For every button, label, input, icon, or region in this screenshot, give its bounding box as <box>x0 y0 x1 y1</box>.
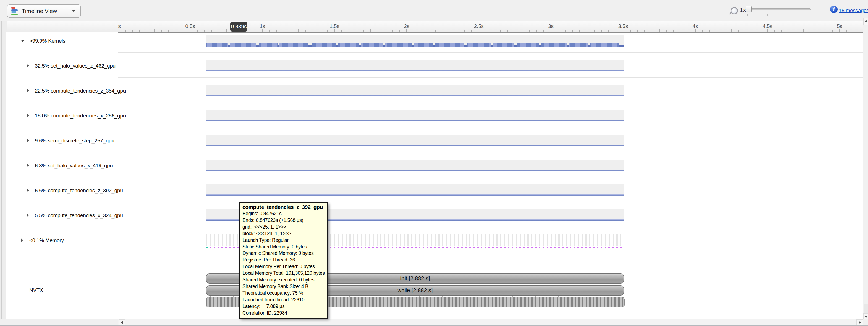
zoom-slider-handle[interactable] <box>746 6 752 12</box>
kernels-activity-segment[interactable] <box>569 43 588 47</box>
memory-op-stripe[interactable] <box>458 234 459 246</box>
memory-op-stripe[interactable] <box>508 234 509 246</box>
memory-op-dash[interactable] <box>458 246 459 248</box>
kernels-activity-segment[interactable] <box>361 43 383 47</box>
kernels-activity-segment[interactable] <box>279 43 308 47</box>
memory-op-stripe[interactable] <box>225 234 227 246</box>
memory-op-dash[interactable] <box>450 246 452 248</box>
memory-op-dash[interactable] <box>206 246 208 248</box>
memory-op-stripe[interactable] <box>237 234 238 246</box>
zoom-magnifier-icon[interactable] <box>731 7 738 15</box>
memory-op-dash[interactable] <box>481 246 483 248</box>
memory-op-stripe[interactable] <box>369 234 370 246</box>
sidebar-row-set_halo_values_x_419_gpu[interactable]: 6.3% set_halo_values_x_419_gpu <box>6 153 118 178</box>
expander-collapsed-icon[interactable] <box>21 238 23 242</box>
memory-op-dash[interactable] <box>542 246 544 248</box>
memory-op-stripe[interactable] <box>349 234 350 246</box>
memory-op-dash[interactable] <box>349 246 351 248</box>
memory-op-stripe[interactable] <box>345 234 347 246</box>
memory-op-stripe[interactable] <box>462 234 463 246</box>
memory-op-dash[interactable] <box>345 246 347 248</box>
memory-op-stripe[interactable] <box>353 234 354 246</box>
memory-op-dash[interactable] <box>550 246 552 248</box>
memory-op-dash[interactable] <box>465 246 467 248</box>
pane-splitter[interactable] <box>118 21 118 319</box>
memory-op-dash[interactable] <box>372 246 374 248</box>
memory-op-stripe[interactable] <box>605 234 606 246</box>
memory-op-dash[interactable] <box>516 246 517 248</box>
memory-op-stripe[interactable] <box>423 234 424 246</box>
memory-op-stripe[interactable] <box>415 234 416 246</box>
sidebar-row-NVTX[interactable]: NVTX <box>6 278 118 303</box>
memory-op-stripe[interactable] <box>338 234 339 246</box>
kernels-activity-segment[interactable] <box>206 43 228 47</box>
kernel-activity-bar[interactable] <box>206 120 624 121</box>
memory-op-stripe[interactable] <box>586 234 587 246</box>
memory-op-stripe[interactable] <box>438 234 439 246</box>
memory-op-stripe[interactable] <box>210 234 211 246</box>
memory-op-dash[interactable] <box>485 246 486 248</box>
memory-op-dash[interactable] <box>411 246 413 248</box>
memory-op-dash[interactable] <box>392 246 393 248</box>
memory-op-stripe[interactable] <box>365 234 366 246</box>
messages-link[interactable]: 15 messages <box>839 7 868 13</box>
kernel-activity-bar[interactable] <box>206 95 624 96</box>
expander-collapsed-icon[interactable] <box>27 213 29 217</box>
kernel-activity-bar[interactable] <box>206 194 624 196</box>
memory-op-dash[interactable] <box>218 246 219 248</box>
kernels-activity-segment[interactable] <box>435 43 464 47</box>
memory-op-dash[interactable] <box>473 246 475 248</box>
memory-op-stripe[interactable] <box>551 234 552 246</box>
memory-op-stripe[interactable] <box>555 234 556 246</box>
memory-op-stripe[interactable] <box>496 234 498 246</box>
memory-op-dash[interactable] <box>570 246 571 248</box>
kernels-activity-segment[interactable] <box>467 43 491 47</box>
memory-op-stripe[interactable] <box>558 234 559 246</box>
memory-op-dash[interactable] <box>504 246 505 248</box>
memory-op-dash[interactable] <box>512 246 513 248</box>
memory-op-dash[interactable] <box>492 246 494 248</box>
memory-op-stripe[interactable] <box>446 234 447 246</box>
sidebar-row-Memory[interactable]: <0.1% Memory <box>6 228 118 253</box>
memory-op-stripe[interactable] <box>342 234 343 246</box>
sidebar-row-semi_discrete_step_257_gpu[interactable]: 9.6% semi_discrete_step_257_gpu <box>6 128 118 153</box>
memory-op-stripe[interactable] <box>477 234 478 246</box>
memory-op-dash[interactable] <box>601 246 602 248</box>
memory-op-dash[interactable] <box>508 246 509 248</box>
horizontal-scrollbar[interactable] <box>118 319 863 325</box>
kernels-activity-segment[interactable] <box>590 43 619 47</box>
memory-op-stripe[interactable] <box>535 234 536 246</box>
memory-op-dash[interactable] <box>531 246 533 248</box>
memory-op-stripe[interactable] <box>574 234 575 246</box>
expander-collapsed-icon[interactable] <box>27 163 29 167</box>
kernels-activity-segment[interactable] <box>312 43 336 47</box>
memory-op-dash[interactable] <box>233 246 235 248</box>
memory-op-stripe[interactable] <box>539 234 540 246</box>
memory-op-stripe[interactable] <box>531 234 532 246</box>
memory-op-stripe[interactable] <box>454 234 455 246</box>
kernels-activity-segment[interactable] <box>385 43 412 47</box>
memory-op-dash[interactable] <box>496 246 498 248</box>
memory-op-dash[interactable] <box>535 246 536 248</box>
kernels-activity-segment[interactable] <box>493 43 514 47</box>
memory-op-dash[interactable] <box>527 246 529 248</box>
memory-op-stripe[interactable] <box>593 234 594 246</box>
memory-op-stripe[interactable] <box>388 234 389 246</box>
memory-op-dash[interactable] <box>604 246 606 248</box>
kernels-activity-segment[interactable] <box>414 43 433 47</box>
memory-op-stripe[interactable] <box>218 234 219 246</box>
memory-op-dash[interactable] <box>341 246 343 248</box>
memory-op-dash[interactable] <box>477 246 478 248</box>
memory-op-dash[interactable] <box>419 246 421 248</box>
memory-op-dash[interactable] <box>589 246 591 248</box>
sidebar-row-compute_tendencies_z_354_gpu[interactable]: 22.5% compute_tendencies_z_354_gpu <box>6 78 118 103</box>
sidebar-row-compute_tendencies_z_392_gpu[interactable]: 5.6% compute_tendencies_z_392_gpu <box>6 178 118 203</box>
memory-op-stripe[interactable] <box>233 234 235 246</box>
memory-op-dash[interactable] <box>434 246 436 248</box>
memory-op-stripe[interactable] <box>589 234 590 246</box>
memory-op-dash[interactable] <box>369 246 370 248</box>
kernels-activity-segment[interactable] <box>230 43 256 47</box>
kernel-activity-bar[interactable] <box>206 169 624 171</box>
memory-op-dash[interactable] <box>225 246 227 248</box>
memory-op-dash[interactable] <box>500 246 502 248</box>
